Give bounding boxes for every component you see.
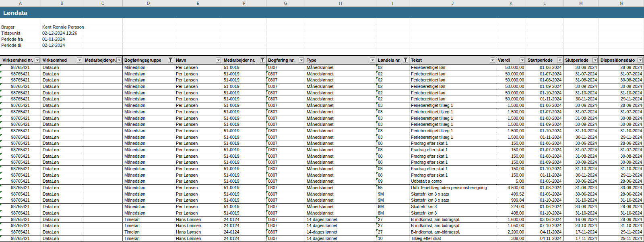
cell-medarbejder-nr[interactable]: 51-0019 (222, 102, 266, 109)
cell-medarbejder-nr[interactable]: 24-0124 (222, 223, 266, 229)
cell-medarbejder-nr[interactable]: 51-0019 (222, 96, 266, 102)
cell-slutperiode[interactable]: 31-07-2024 (564, 109, 599, 115)
cell-medarbejder-nr[interactable]: 51-0019 (222, 121, 266, 128)
info-cell[interactable] (564, 24, 599, 30)
cell-navn[interactable]: Per Lønsen (174, 128, 222, 134)
cell-tekst[interactable]: B-indkomst, am-bidragspl. (409, 229, 496, 236)
cell-navn[interactable]: Per Lønsen (174, 210, 222, 217)
cell-dispositionsdato[interactable]: 29-11-2024 (599, 172, 644, 179)
cell-startperiode[interactable]: 01-08-2024 (526, 115, 564, 122)
column-header-loendels-nr[interactable]: Løndels nr. (376, 56, 409, 64)
cell-dispositionsdato[interactable]: 31-10-2024 (599, 197, 644, 204)
cell-dispositionsdato[interactable]: 28-06-2024 (599, 178, 644, 185)
cell-bogfoering-nr[interactable]: 0807 (266, 178, 305, 185)
cell-type[interactable]: 14-dages lønnet (305, 217, 376, 223)
column-letter-n[interactable]: N (599, 0, 644, 6)
cell-bogfoering-nr[interactable]: 0807 (266, 65, 305, 71)
cell-bogfoeringsgruppe[interactable]: Månedsløn (123, 77, 174, 83)
info-cell[interactable] (222, 24, 266, 30)
cell-startperiode[interactable]: 04-11-2024 (526, 229, 564, 236)
cell-dispositionsdato[interactable]: 29-11-2024 (599, 229, 644, 236)
info-cell[interactable] (526, 30, 564, 36)
cell-medarbejder-nr[interactable]: 51-0019 (222, 191, 266, 198)
cell-medarbejder-nr[interactable]: 51-0019 (222, 159, 266, 166)
cell-virksomhed-nr[interactable]: 98765421 (0, 178, 41, 185)
cell-medarbejdergruppe[interactable] (83, 166, 123, 172)
cell-bogfoering-nr[interactable]: 0807 (266, 159, 305, 166)
info-label[interactable]: Periode fra (0, 36, 41, 42)
cell-startperiode[interactable]: 01-10-2024 (526, 166, 564, 172)
cell-medarbejder-nr[interactable]: 51-0019 (222, 83, 266, 90)
cell-virksomhed[interactable]: DataLøn (41, 121, 83, 128)
cell-type[interactable]: Månedslønnet (305, 159, 376, 166)
info-cell[interactable] (564, 42, 599, 48)
column-header-virksomhed-nr[interactable]: Virksomhed nr. (0, 56, 41, 64)
cell-tekst[interactable]: Ferieberettiget tillæg 1 (409, 121, 496, 128)
info-cell[interactable] (376, 18, 409, 24)
cell-tekst[interactable]: Fradrag efter skat 1 (409, 140, 496, 147)
cell-medarbejdergruppe[interactable] (83, 229, 123, 236)
cell-bogfoering-nr[interactable]: 0807 (266, 166, 305, 172)
cell-loendels-nr[interactable]: 02 (376, 96, 409, 102)
info-value[interactable]: Kent Ronnie Persson (41, 24, 83, 30)
cell-bogfoeringsgruppe[interactable]: Månedsløn (123, 90, 174, 96)
cell-startperiode[interactable]: 01-06-2024 (526, 65, 564, 71)
info-cell[interactable] (41, 48, 83, 55)
cell-tekst[interactable]: Skattefri km 3 (409, 204, 496, 210)
cell-bogfoeringsgruppe[interactable]: Månedsløn (123, 115, 174, 122)
cell-loendels-nr[interactable]: 27 (376, 223, 409, 229)
cell-navn[interactable]: Per Lønsen (174, 121, 222, 128)
cell-navn[interactable]: Per Lønsen (174, 159, 222, 166)
info-cell[interactable] (376, 24, 409, 30)
cell-bogfoering-nr[interactable]: 0807 (266, 83, 305, 90)
info-cell[interactable] (526, 42, 564, 48)
cell-bogfoeringsgruppe[interactable]: Månedsløn (123, 191, 174, 198)
filter-button-bogfoering-nr[interactable] (299, 58, 304, 63)
cell-startperiode[interactable]: 01-11-2024 (526, 172, 564, 179)
cell-dispositionsdato[interactable]: 31-10-2024 (599, 166, 644, 172)
info-cell[interactable] (496, 18, 526, 24)
cell-virksomhed[interactable]: DataLøn (41, 185, 83, 191)
cell-bogfoering-nr[interactable]: 0807 (266, 229, 305, 236)
cell-virksomhed[interactable]: DataLøn (41, 109, 83, 115)
cell-dispositionsdato[interactable]: 31-07-2024 (599, 71, 644, 77)
cell-medarbejder-nr[interactable]: 51-0019 (222, 166, 266, 172)
cell-medarbejdergruppe[interactable] (83, 210, 123, 217)
cell-slutperiode[interactable]: 31-10-2024 (564, 90, 599, 96)
cell-bogfoeringsgruppe[interactable]: Månedsløn (123, 147, 174, 153)
cell-bogfoering-nr[interactable]: 0807 (266, 217, 305, 223)
cell-type[interactable]: Månedslønnet (305, 65, 376, 71)
info-cell[interactable] (83, 48, 123, 55)
cell-tekst[interactable]: Ferieberettiget tillæg 1 (409, 128, 496, 134)
cell-virksomhed-nr[interactable]: 98765421 (0, 90, 41, 96)
info-cell[interactable] (123, 18, 174, 24)
cell-vaerdi[interactable]: 1.500,00 (496, 134, 526, 141)
cell-virksomhed[interactable]: DataLøn (41, 96, 83, 102)
cell-slutperiode[interactable]: 30-06-2024 (564, 102, 599, 109)
cell-virksomhed-nr[interactable]: 98765421 (0, 210, 41, 217)
cell-startperiode[interactable]: 01-06-2024 (526, 140, 564, 147)
cell-type[interactable]: Månedslønnet (305, 153, 376, 160)
cell-vaerdi[interactable]: 50.000,00 (496, 77, 526, 83)
cell-slutperiode[interactable]: 31-10-2024 (564, 210, 599, 217)
cell-tekst[interactable]: Skattefri km 3 x sats (409, 197, 496, 204)
cell-bogfoering-nr[interactable]: 0807 (266, 172, 305, 179)
cell-virksomhed[interactable]: DataLøn (41, 236, 83, 242)
info-cell[interactable] (409, 36, 496, 42)
column-letter-e[interactable]: E (174, 0, 222, 6)
cell-medarbejder-nr[interactable]: 51-0019 (222, 204, 266, 210)
cell-vaerdi[interactable]: 1.600,00 (496, 217, 526, 223)
filter-button-bogfoeringsgruppe[interactable] (168, 58, 173, 63)
cell-type[interactable]: Månedslønnet (305, 134, 376, 141)
cell-vaerdi[interactable]: 150,00 (496, 153, 526, 160)
filter-button-virksomhed[interactable] (77, 58, 82, 63)
info-cell[interactable] (599, 30, 644, 36)
cell-bogfoeringsgruppe[interactable]: Månedsløn (123, 109, 174, 115)
cell-vaerdi[interactable]: 150,00 (496, 159, 526, 166)
cell-virksomhed[interactable]: DataLøn (41, 65, 83, 71)
cell-virksomhed-nr[interactable]: 98765421 (0, 83, 41, 90)
cell-medarbejder-nr[interactable]: 51-0019 (222, 109, 266, 115)
column-header-medarbejder-nr[interactable]: Medarbejder nr. (222, 56, 266, 64)
cell-medarbejdergruppe[interactable] (83, 191, 123, 198)
info-cell[interactable] (564, 18, 599, 24)
